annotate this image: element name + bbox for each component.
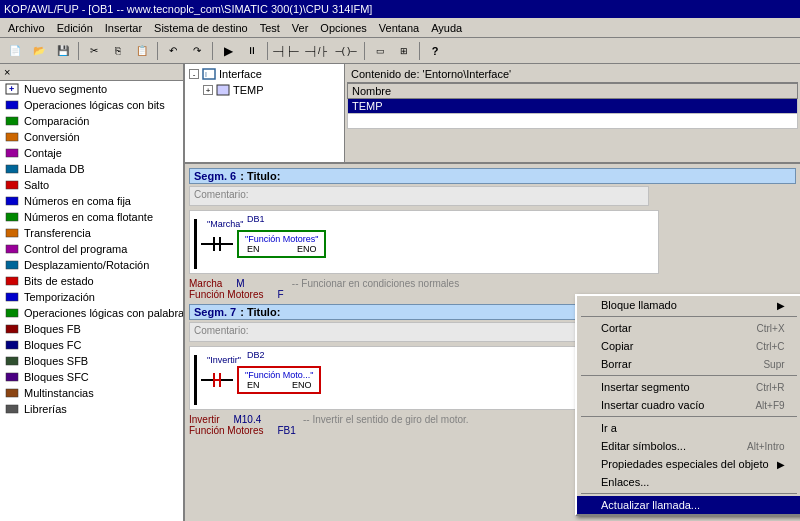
sidebar-icon-13: [4, 290, 20, 304]
sidebar-item-10[interactable]: Control del programa: [0, 241, 183, 257]
sidebar-item-8[interactable]: Números en coma flotante: [0, 209, 183, 225]
sidebar-item-16[interactable]: Bloques FC: [0, 337, 183, 353]
sidebar-label-5: Llamada DB: [24, 163, 85, 175]
context-menu: Bloque llamado ▶ Cortar Ctrl+X Copiar Ct…: [575, 294, 800, 516]
sidebar-label-0: Nuevo segmento: [24, 83, 107, 95]
toolbar-help[interactable]: ?: [424, 41, 446, 61]
sidebar-icon-14: [4, 306, 20, 320]
sidebar-icon-6: [4, 178, 20, 192]
menu-sistema[interactable]: Sistema de destino: [148, 20, 254, 36]
sidebar-label-8: Números en coma flotante: [24, 211, 153, 223]
tree-expand-interface[interactable]: -: [189, 69, 199, 79]
toolbar-sep2: [157, 42, 158, 60]
ctx-borrar[interactable]: Borrar Supr: [577, 355, 800, 373]
ctx-bloque-label: Bloque llamado: [601, 299, 677, 311]
toolbar-compile[interactable]: ▶: [217, 41, 239, 61]
table-row-temp[interactable]: TEMP: [348, 99, 798, 114]
svg-rect-20: [6, 389, 18, 397]
sidebar-item-3[interactable]: Conversión: [0, 129, 183, 145]
ctx-propiedades[interactable]: Propiedades especiales del objeto ▶: [577, 455, 800, 473]
sidebar-icon-17: [4, 354, 20, 368]
sidebar-item-4[interactable]: Contaje: [0, 145, 183, 161]
sidebar-item-19[interactable]: Multinstancias: [0, 385, 183, 401]
ctx-actualizar-llamada[interactable]: Actualizar llamada...: [577, 496, 800, 514]
svg-rect-12: [6, 261, 18, 269]
interface-icon: I: [201, 67, 217, 81]
toolbar-box[interactable]: ▭: [369, 41, 391, 61]
ctx-borrar-shortcut: Supr: [763, 359, 784, 370]
sidebar-item-14[interactable]: Operaciones lógicas con palabras: [0, 305, 183, 321]
seg6-contact-label: "Marcha": [207, 219, 243, 229]
sidebar-item-9[interactable]: Transferencia: [0, 225, 183, 241]
sidebar-item-6[interactable]: Salto: [0, 177, 183, 193]
sidebar-label-4: Contaje: [24, 147, 62, 159]
menu-opciones[interactable]: Opciones: [314, 20, 372, 36]
ctx-cortar-shortcut: Ctrl+X: [757, 323, 785, 334]
tree-item-temp[interactable]: + TEMP: [187, 82, 342, 98]
sidebar-item-5[interactable]: Llamada DB: [0, 161, 183, 177]
sidebar-icon-1: [4, 98, 20, 112]
tree-expand-temp[interactable]: +: [203, 85, 213, 95]
ctx-copiar[interactable]: Copiar Ctrl+C: [577, 337, 800, 355]
toolbar-cut[interactable]: ✂: [83, 41, 105, 61]
toolbar-paste[interactable]: 📋: [131, 41, 153, 61]
sidebar-item-13[interactable]: Temporización: [0, 289, 183, 305]
sidebar-item-2[interactable]: Comparación: [0, 113, 183, 129]
ctx-editar-simbolos-shortcut: Alt+Intro: [747, 441, 785, 452]
ctx-enlaces[interactable]: Enlaces...: [577, 473, 800, 491]
menu-ventana[interactable]: Ventana: [373, 20, 425, 36]
toolbar-sep5: [364, 42, 365, 60]
sidebar-icon-0: +: [4, 82, 20, 96]
sidebar-icon-5: [4, 162, 20, 176]
toolbar-save[interactable]: 💾: [52, 41, 74, 61]
seg7-func-label: "Función Moto...": [245, 370, 313, 380]
svg-rect-8: [6, 197, 18, 205]
menu-archivo[interactable]: Archivo: [2, 20, 51, 36]
svg-rect-11: [6, 245, 18, 253]
svg-rect-2: [6, 101, 18, 109]
sidebar-item-17[interactable]: Bloques SFB: [0, 353, 183, 369]
toolbar-contact-nc[interactable]: ─┤/├: [302, 41, 330, 61]
ctx-insertar-segmento[interactable]: Insertar segmento Ctrl+R: [577, 378, 800, 396]
seg6-title: : Titulo:: [240, 170, 280, 182]
ctx-cortar[interactable]: Cortar Ctrl+X: [577, 319, 800, 337]
sidebar-item-18[interactable]: Bloques SFC: [0, 369, 183, 385]
sidebar-label-11: Desplazamiento/Rotación: [24, 259, 149, 271]
toolbar-copy[interactable]: ⎘: [107, 41, 129, 61]
toolbar-contact-no[interactable]: ─┤├─: [272, 41, 300, 61]
sidebar-item-11[interactable]: Desplazamiento/Rotación: [0, 257, 183, 273]
menu-ver[interactable]: Ver: [286, 20, 315, 36]
sidebar-items: +Nuevo segmentoOperaciones lógicas con b…: [0, 81, 183, 417]
ctx-bloque-llamado[interactable]: Bloque llamado ▶: [577, 296, 800, 314]
menu-test[interactable]: Test: [254, 20, 286, 36]
toolbar-sep1: [78, 42, 79, 60]
ctx-insertar-cuadro[interactable]: Insertar cuadro vacío Alt+F9: [577, 396, 800, 414]
ctx-editar-simbolos[interactable]: Editar símbolos... Alt+Intro: [577, 437, 800, 455]
sidebar-item-0[interactable]: +Nuevo segmento: [0, 81, 183, 97]
menu-edicion[interactable]: Edición: [51, 20, 99, 36]
seg7-en: EN: [247, 380, 260, 390]
toolbar-debug[interactable]: ⏸: [241, 41, 263, 61]
contenido-panel: Contenido de: 'Entorno\Interface' Nombre…: [345, 64, 800, 162]
menu-ayuda[interactable]: Ayuda: [425, 20, 468, 36]
sidebar-item-7[interactable]: Números en coma fija: [0, 193, 183, 209]
sidebar-item-20[interactable]: Librerías: [0, 401, 183, 417]
toolbar-new[interactable]: 📄: [4, 41, 26, 61]
toolbar-coil[interactable]: ─( )─: [332, 41, 360, 61]
toolbar-undo[interactable]: ↶: [162, 41, 184, 61]
sidebar-item-12[interactable]: Bits de estado: [0, 273, 183, 289]
sidebar-label-6: Salto: [24, 179, 49, 191]
svg-rect-18: [6, 357, 18, 365]
menu-insertar[interactable]: Insertar: [99, 20, 148, 36]
sidebar-item-1[interactable]: Operaciones lógicas con bits: [0, 97, 183, 113]
ctx-insertar-seg-label: Insertar segmento: [601, 381, 690, 393]
toolbar-branch[interactable]: ⊞: [393, 41, 415, 61]
sidebar-item-15[interactable]: Bloques FB: [0, 321, 183, 337]
tree-item-interface[interactable]: - I Interface: [187, 66, 342, 82]
ctx-sep4: [581, 493, 797, 494]
ctx-ir-a[interactable]: Ir a: [577, 419, 800, 437]
seg6-en: EN: [247, 244, 260, 254]
toolbar-redo[interactable]: ↷: [186, 41, 208, 61]
seg6-eno: ENO: [297, 244, 317, 254]
toolbar-open[interactable]: 📂: [28, 41, 50, 61]
